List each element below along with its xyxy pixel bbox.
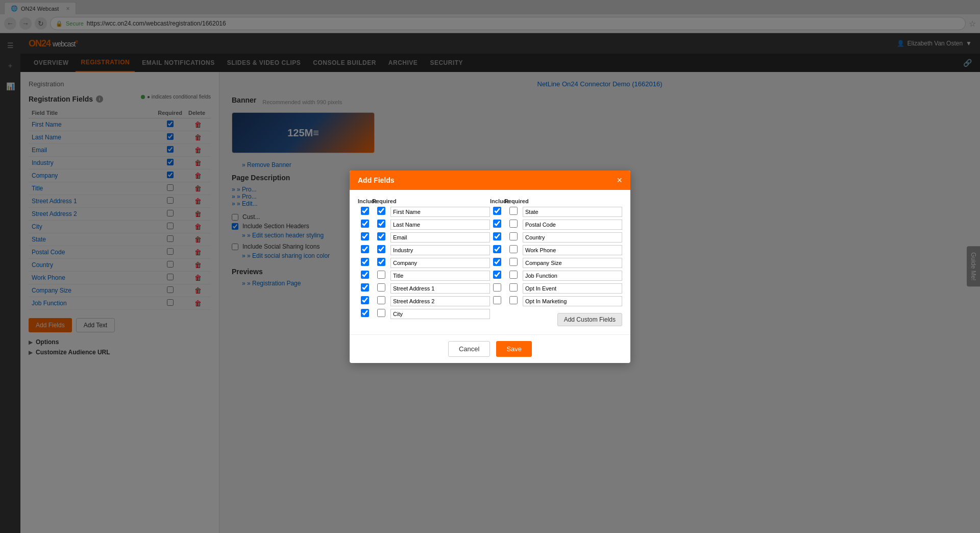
modal-field-row (358, 270, 490, 281)
add-fields-modal: Add Fields × Include Required (350, 171, 630, 363)
field-include-checkbox[interactable] (361, 232, 369, 240)
field-required-checkbox[interactable] (377, 309, 385, 317)
field-label-input[interactable] (523, 207, 622, 217)
field-label-input[interactable] (390, 207, 490, 217)
modal-cancel-button[interactable]: Cancel (448, 341, 490, 357)
field-include-checkbox[interactable] (361, 309, 369, 317)
field-include-checkbox[interactable] (361, 271, 369, 279)
modal-field-row (490, 257, 622, 269)
field-include-checkbox[interactable] (361, 245, 369, 253)
field-required-checkbox[interactable] (509, 245, 518, 253)
modal-save-button[interactable]: Save (496, 341, 532, 357)
field-label-input[interactable] (523, 245, 622, 255)
field-required-checkbox[interactable] (377, 245, 385, 253)
field-include-checkbox[interactable] (361, 283, 369, 292)
field-label-input[interactable] (523, 232, 622, 243)
modal-field-row (358, 206, 490, 217)
field-required-checkbox[interactable] (377, 207, 385, 215)
modal-right-fields: Include Required (490, 198, 622, 326)
field-required-checkbox[interactable] (377, 283, 385, 292)
modal-field-row (358, 283, 490, 294)
field-required-checkbox[interactable] (377, 296, 385, 304)
field-include-checkbox[interactable] (493, 232, 501, 240)
right-col-headers: Include Required (490, 198, 622, 204)
field-include-checkbox[interactable] (493, 207, 501, 215)
field-label-input[interactable] (523, 296, 622, 306)
modal-field-row (358, 257, 490, 269)
field-label-input[interactable] (523, 271, 622, 281)
modal-field-row (490, 296, 622, 307)
right-required-header: Required (504, 198, 519, 204)
field-required-checkbox[interactable] (509, 283, 518, 292)
modal-field-row (490, 219, 622, 230)
field-required-checkbox[interactable] (377, 271, 385, 279)
field-required-checkbox[interactable] (509, 296, 518, 304)
field-label-input[interactable] (523, 283, 622, 294)
modal-left-fields-list (358, 206, 490, 320)
field-label-input[interactable] (390, 309, 490, 319)
field-include-checkbox[interactable] (493, 220, 501, 228)
field-include-checkbox[interactable] (361, 220, 369, 228)
field-include-checkbox[interactable] (361, 207, 369, 215)
field-label-input[interactable] (523, 258, 622, 268)
modal-field-row (358, 232, 490, 243)
modal-field-row (358, 219, 490, 230)
field-required-checkbox[interactable] (377, 258, 385, 266)
field-label-input[interactable] (390, 271, 490, 281)
left-col-headers: Include Required (358, 198, 490, 204)
modal-field-row (490, 283, 622, 294)
modal-right-fields-list (490, 206, 622, 307)
modal-overlay[interactable]: Add Fields × Include Required (0, 0, 980, 533)
field-label-input[interactable] (390, 283, 490, 294)
add-custom-fields-button[interactable]: Add Custom Fields (557, 313, 622, 326)
field-label-input[interactable] (390, 296, 490, 306)
field-required-checkbox[interactable] (509, 258, 518, 266)
modal-header: Add Fields × (350, 171, 630, 190)
modal-field-row (490, 232, 622, 243)
modal-field-row (358, 245, 490, 256)
left-include-header: Include (358, 198, 372, 204)
field-label-input[interactable] (390, 232, 490, 243)
modal-close-button[interactable]: × (617, 176, 622, 185)
field-label-input[interactable] (390, 220, 490, 230)
field-label-input[interactable] (390, 245, 490, 255)
modal-field-row (358, 308, 490, 320)
field-label-input[interactable] (390, 258, 490, 268)
field-required-checkbox[interactable] (509, 271, 518, 279)
modal-field-row (358, 296, 490, 307)
left-required-header: Required (372, 198, 386, 204)
modal-left-fields: Include Required (358, 198, 490, 326)
field-include-checkbox[interactable] (361, 258, 369, 266)
field-include-checkbox[interactable] (493, 258, 501, 266)
field-required-checkbox[interactable] (509, 207, 518, 215)
modal-field-row (490, 245, 622, 256)
field-required-checkbox[interactable] (509, 232, 518, 240)
modal-field-row (490, 270, 622, 281)
modal-two-col: Include Required (358, 198, 622, 326)
field-include-checkbox[interactable] (493, 296, 501, 304)
field-include-checkbox[interactable] (361, 296, 369, 304)
modal-footer: Cancel Save (350, 334, 630, 363)
field-include-checkbox[interactable] (493, 245, 501, 253)
modal-title: Add Fields (358, 176, 395, 184)
field-required-checkbox[interactable] (509, 220, 518, 228)
field-required-checkbox[interactable] (377, 232, 385, 240)
modal-field-row (490, 206, 622, 217)
field-include-checkbox[interactable] (493, 283, 501, 292)
field-label-input[interactable] (523, 220, 622, 230)
modal-body: Include Required (350, 190, 630, 334)
right-include-header: Include (490, 198, 504, 204)
field-include-checkbox[interactable] (493, 271, 501, 279)
field-required-checkbox[interactable] (377, 220, 385, 228)
